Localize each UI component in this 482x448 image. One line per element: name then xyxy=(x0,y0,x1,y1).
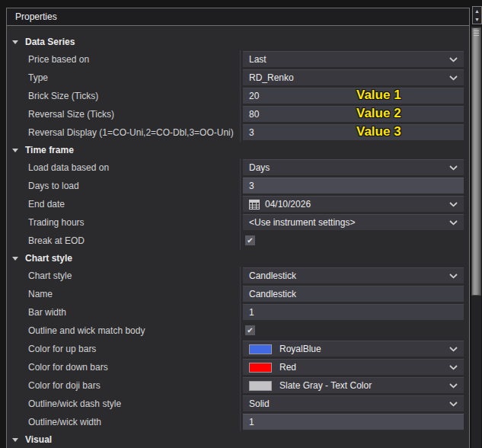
chevron-down-icon xyxy=(449,365,458,370)
color-swatch xyxy=(249,344,272,354)
scrollbar-rail: ▲ ▼ xyxy=(470,0,482,448)
collapse-triangle-icon[interactable] xyxy=(12,40,18,44)
property-row-outline-wick-match-body: Outline and wick match body ✔ xyxy=(7,322,469,340)
reversal-display-input[interactable]: 3 xyxy=(243,124,464,140)
property-label: Color for doji bars xyxy=(7,376,241,395)
property-row-price-based-on: Price based on Last xyxy=(7,50,469,69)
collapse-triangle-icon[interactable] xyxy=(12,257,18,261)
scrollbar-thumb[interactable] xyxy=(471,27,481,296)
property-label: Days to load xyxy=(7,177,241,195)
property-row-load-data-based-on: Load data based on Days xyxy=(7,158,469,177)
dropdown-value: Days xyxy=(249,162,445,173)
section-header-visual[interactable]: Visual xyxy=(7,431,469,448)
property-row-reversal-display: Reversal Display (1=CO-Uni,2=CO-Dbl,3=OO… xyxy=(7,123,469,142)
dropdown-value: Solid xyxy=(249,398,445,409)
outline-wick-match-body-checkbox[interactable]: ✔ xyxy=(245,325,255,335)
dropdown-value: Slate Gray - Text Color xyxy=(279,380,445,391)
property-row-color-up-bars: Color for up bars RoyalBlue xyxy=(7,340,469,358)
property-row-brick-size: Brick Size (Ticks) 20 Value 1 xyxy=(7,87,469,105)
name-input[interactable]: Candlestick xyxy=(243,286,464,302)
properties-panel: Properties Data Series Price based on La… xyxy=(6,8,470,448)
property-label: Reversal Display (1=CO-Uni,2=CO-Dbl,3=OO… xyxy=(7,123,241,142)
property-row-color-doji-bars: Color for doji bars Slate Gray - Text Co… xyxy=(7,376,469,395)
scroll-spinner: ▲ ▼ xyxy=(472,6,482,24)
properties-grid: Data Series Price based on Last Type RD_… xyxy=(7,26,469,448)
date-value: 04/10/2026 xyxy=(265,199,445,210)
chevron-down-icon xyxy=(449,383,458,389)
property-label: Type xyxy=(7,69,241,87)
property-row-reversal-size: Reversal Size (Ticks) 80 Value 2 xyxy=(7,105,469,123)
section-label: Time frame xyxy=(25,145,74,155)
property-label: Reversal Size (Ticks) xyxy=(7,105,241,123)
input-value: 3 xyxy=(249,181,458,191)
section-header-chart-style[interactable]: Chart style xyxy=(7,250,469,267)
chevron-down-icon xyxy=(449,165,458,171)
property-row-bar-width: Bar width 1 xyxy=(7,303,469,322)
property-row-outline-wick-dash-style: Outline/wick dash style Solid xyxy=(7,395,469,413)
input-value: 3 xyxy=(249,127,458,138)
dropdown-value: RoyalBlue xyxy=(279,344,445,354)
load-data-based-on-dropdown[interactable]: Days xyxy=(243,159,464,175)
collapse-triangle-icon[interactable] xyxy=(12,438,18,442)
brick-size-input[interactable]: 20 xyxy=(243,88,464,104)
property-label: Break at EOD xyxy=(7,232,241,250)
property-row-color-down-bars: Color for down bars Red xyxy=(7,358,469,376)
property-label: Load data based on xyxy=(7,158,241,177)
property-label: Bar width xyxy=(7,303,241,322)
color-swatch xyxy=(249,363,272,373)
scrollbar-track[interactable] xyxy=(471,26,481,448)
property-label: Price based on xyxy=(7,50,241,69)
dropdown-value: Last xyxy=(249,54,445,65)
scroll-down-button[interactable]: ▼ xyxy=(473,15,481,24)
property-row-end-date: End date 04/10/2026 xyxy=(7,195,469,213)
section-header-data-series[interactable]: Data Series xyxy=(7,34,469,50)
chart-style-dropdown[interactable]: Candlestick xyxy=(243,267,464,283)
property-label: Chart style xyxy=(7,267,241,285)
input-value: 1 xyxy=(249,307,458,318)
color-down-bars-dropdown[interactable]: Red xyxy=(243,359,464,375)
property-row-name: Name Candlestick xyxy=(7,285,469,303)
chevron-down-icon xyxy=(449,402,458,407)
days-to-load-input[interactable]: 3 xyxy=(243,178,464,194)
price-based-on-dropdown[interactable]: Last xyxy=(243,51,464,67)
property-row-type: Type RD_Renko xyxy=(7,69,469,87)
scroll-up-button[interactable]: ▲ xyxy=(473,7,481,15)
outline-wick-width-input[interactable]: 1 xyxy=(243,414,464,430)
property-row-chart-style: Chart style Candlestick xyxy=(7,267,469,285)
collapse-triangle-icon[interactable] xyxy=(12,149,18,152)
property-label: Outline/wick width xyxy=(7,413,241,431)
trading-hours-dropdown[interactable]: <Use instrument settings> xyxy=(243,214,464,230)
type-dropdown[interactable]: RD_Renko xyxy=(243,69,464,85)
section-header-time-frame[interactable]: Time frame xyxy=(7,142,469,158)
section-label: Chart style xyxy=(25,253,72,264)
property-label: Trading hours xyxy=(7,213,241,232)
annotation-value-2: Value 2 xyxy=(356,105,401,123)
chevron-down-icon xyxy=(449,57,458,62)
check-icon: ✔ xyxy=(247,327,253,334)
property-row-outline-wick-width: Outline/wick width 1 xyxy=(7,413,469,431)
calendar-icon xyxy=(249,200,260,210)
input-value: Candlestick xyxy=(249,289,458,299)
thumb-grip-icon xyxy=(474,30,479,37)
chevron-down-icon xyxy=(449,202,458,207)
section-label: Visual xyxy=(25,434,52,445)
color-up-bars-dropdown[interactable]: RoyalBlue xyxy=(243,341,464,357)
property-label: Outline and wick match body xyxy=(7,322,241,340)
annotation-value-3: Value 3 xyxy=(356,123,401,142)
property-label: End date xyxy=(7,195,241,213)
end-date-picker[interactable]: 04/10/2026 xyxy=(243,196,464,212)
property-row-trading-hours: Trading hours <Use instrument settings> xyxy=(7,213,469,232)
check-icon: ✔ xyxy=(247,237,253,245)
chevron-down-icon xyxy=(449,274,458,279)
reversal-size-input[interactable]: 80 xyxy=(243,106,464,122)
break-at-eod-checkbox[interactable]: ✔ xyxy=(245,235,255,245)
section-label: Data Series xyxy=(25,37,75,47)
property-row-break-at-eod: Break at EOD ✔ xyxy=(7,232,469,250)
annotation-value-1: Value 1 xyxy=(356,87,401,105)
property-label: Name xyxy=(7,285,241,303)
bar-width-input[interactable]: 1 xyxy=(243,304,464,320)
input-value: 20 xyxy=(249,91,458,101)
outline-wick-dash-style-dropdown[interactable]: Solid xyxy=(243,395,464,411)
color-doji-bars-dropdown[interactable]: Slate Gray - Text Color xyxy=(243,377,464,393)
dropdown-value: Red xyxy=(279,362,445,373)
